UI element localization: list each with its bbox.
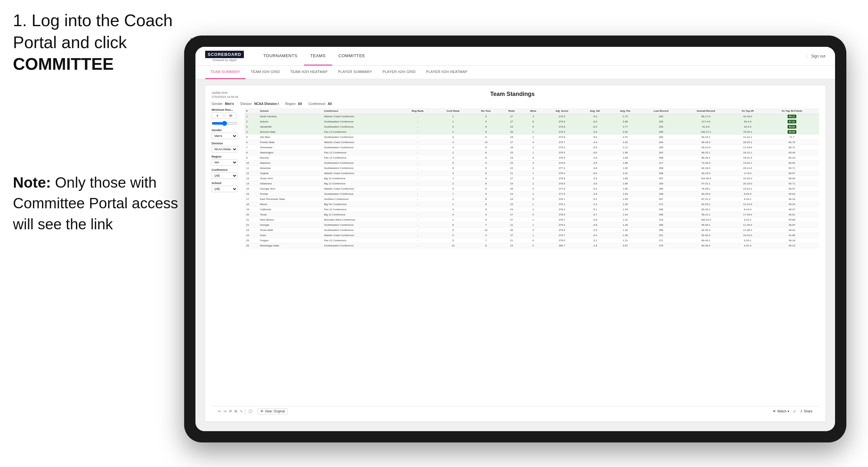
cell-low: 270 <box>641 243 681 248</box>
sub-nav-team-summary[interactable]: TEAM SUMMARY <box>205 66 246 79</box>
update-time: Update time: 27/03/2024 16:56:26 <box>212 91 239 99</box>
cell-overall: 63-15-1 <box>682 135 731 140</box>
redo-icon[interactable]: ↪ <box>223 409 226 413</box>
cell-vs-top25: 9-10-1 <box>731 197 765 202</box>
share-button[interactable]: ↗ Share <box>800 409 812 413</box>
sign-out-button[interactable]: Sign out <box>811 54 825 58</box>
cell-avg-par: 0.97 <box>610 243 641 248</box>
region-select[interactable]: N/A <box>212 159 238 166</box>
cell-overall: 88-17-0 <box>682 114 731 119</box>
cell-reg-rank: - <box>401 129 435 135</box>
cell-reg-rank: - <box>401 176 435 181</box>
cell-conference: Atlantic Coast Conference <box>322 140 401 145</box>
sub-nav-team-h2h-grid[interactable]: TEAM H2H GRID <box>246 66 285 79</box>
sub-nav-player-h2h-grid[interactable]: PLAYER H2H GRID <box>377 66 421 79</box>
table-row: 6 Florida State Atlantic Coast Conferenc… <box>245 140 819 145</box>
card-title: Team Standings <box>239 91 786 97</box>
rounds-slider[interactable] <box>212 121 238 126</box>
expand-view-icon[interactable]: ⤢ <box>793 409 796 413</box>
clock-icon[interactable]: 🕐 <box>248 409 253 413</box>
cell-conf-rank: 2 <box>435 124 471 129</box>
cell-overall: 86-26-1 <box>682 155 731 160</box>
cell-rnds: 23 <box>501 202 523 207</box>
table-row: 24 Duke Atlantic Coast Conference - 5 9 … <box>245 233 819 238</box>
cell-low: 271 <box>641 238 681 243</box>
score-badge: 89.11 <box>787 115 796 118</box>
cell-vs-top50-points: 48.42 <box>765 228 819 233</box>
cell-rank: 16 <box>245 191 258 197</box>
cell-reg-rank: - <box>401 217 435 222</box>
table-row: 16 Florida Southeastern Conference - 7 9… <box>245 191 819 197</box>
cell-overall: 76-26-1 <box>682 186 731 191</box>
nav-committee[interactable]: COMMITTEE <box>332 47 372 66</box>
cell-wins: 4 <box>523 191 544 197</box>
school-filter-label: School <box>212 182 241 185</box>
cell-avg-sg: -5.5 <box>580 145 610 150</box>
nav-tournaments[interactable]: TOURNAMENTS <box>257 47 304 66</box>
watch-chevron: ▾ <box>787 409 789 413</box>
cell-avg-par: 1.85 <box>610 181 641 186</box>
cell-school: California <box>258 207 322 212</box>
cell-conf-rank: 7 <box>435 191 471 197</box>
cell-overall: 66-40-1 <box>682 238 731 243</box>
cell-adj-score: 273.6 <box>544 119 580 124</box>
cell-conf-rank: 4 <box>435 186 471 191</box>
cell-rank: 1 <box>245 114 258 119</box>
nav-teams[interactable]: TEAMS <box>304 47 332 66</box>
cell-avg-sg: -0.4 <box>580 233 610 238</box>
school-select[interactable]: (All) <box>212 186 238 192</box>
cell-rank: 10 <box>245 160 258 166</box>
undo-icon[interactable]: ↩ <box>218 409 221 413</box>
cell-conference: Pac-12 Conference <box>322 238 401 243</box>
cell-overall: 90-33-2 <box>682 233 731 238</box>
view-original-button[interactable]: 👁 View: Original <box>257 408 288 414</box>
cell-avg-par: 2.70 <box>610 114 641 119</box>
toolbar-right: 👁 Watch ▾ ⤢ ↗ Share <box>773 409 812 413</box>
cell-no-tour: 6 <box>471 160 501 166</box>
cell-rank: 12 <box>245 171 258 176</box>
cell-reg-rank: - <box>401 191 435 197</box>
division-select[interactable]: NCAA Division I <box>212 146 238 152</box>
cell-avg-sg: -3.8 <box>580 166 610 171</box>
cell-rnds: 18 <box>501 135 523 140</box>
cell-overall: 83-25-1 <box>682 207 731 212</box>
watch-button[interactable]: 👁 Watch ▾ <box>773 409 789 413</box>
sub-nav-player-h2h-heatmap[interactable]: PLAYER H2H HEATMAP <box>421 66 473 79</box>
cell-low: 209 <box>641 181 681 186</box>
cell-vs-top50-points: 71.7 <box>765 135 819 140</box>
expand-icon[interactable]: ⤡ <box>240 409 243 413</box>
cell-rank: 3 <box>245 124 258 129</box>
cell-vs-top50-points: 46.91 <box>765 212 819 217</box>
gender-filter-group: Gender Men's <box>212 128 241 139</box>
logo: SCOREBOARD <box>205 51 244 58</box>
cell-reg-rank: - <box>401 243 435 248</box>
score-value: 42.98 <box>788 234 795 237</box>
cell-low: 266 <box>641 222 681 228</box>
cell-school: Vanderbilt <box>258 124 322 129</box>
cell-overall: 109-24-2 <box>682 217 731 222</box>
cell-avg-par: 1.63 <box>610 191 641 197</box>
cell-rnds: 23 <box>501 160 523 166</box>
cell-rnds: 21 <box>501 171 523 176</box>
cell-conference: Big Ten Conference <box>322 202 401 207</box>
refresh-icon[interactable]: ⟳ <box>229 409 232 413</box>
cell-wins: 1 <box>523 150 544 155</box>
cell-wins: 1 <box>523 129 544 135</box>
cell-conf-rank: 1 <box>435 197 471 202</box>
sub-nav-team-h2h-heatmap[interactable]: TEAM H2H HEATMAP <box>285 66 333 79</box>
conference-select[interactable]: (All) <box>212 173 238 179</box>
cell-school: Washington <box>258 150 322 155</box>
cell-conf-rank: 2 <box>435 181 471 186</box>
score-value: 35.13 <box>788 244 795 247</box>
sub-nav-player-summary[interactable]: PLAYER SUMMARY <box>333 66 377 79</box>
cell-wins: 6 <box>523 119 544 124</box>
cell-vs-top50-points: 68.71 <box>765 145 819 150</box>
cell-rank: 6 <box>245 140 258 145</box>
min-rounds-min-input[interactable] <box>212 113 223 119</box>
score-value: 60.71 <box>788 182 795 185</box>
gender-select[interactable]: Men's <box>212 133 238 139</box>
toolbar-separator <box>245 409 246 414</box>
min-rounds-max-input[interactable] <box>225 113 237 119</box>
copy-icon[interactable]: ⧉ <box>235 409 237 413</box>
cell-vs-top50-points: 60.71 <box>765 166 819 171</box>
